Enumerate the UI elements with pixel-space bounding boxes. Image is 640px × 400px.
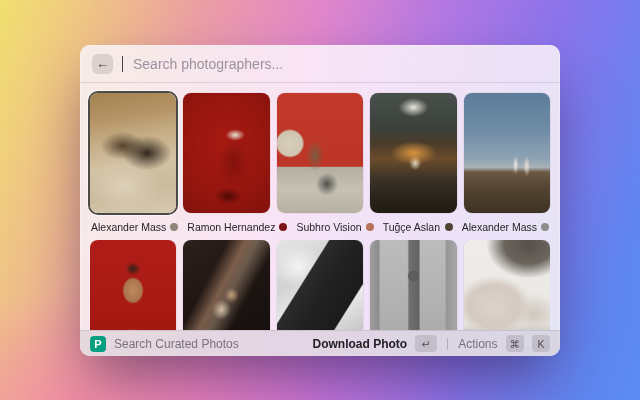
photo-thumbnail[interactable]	[277, 240, 363, 330]
k-key-icon: K	[532, 335, 550, 352]
download-photo-button[interactable]: Download Photo	[312, 337, 407, 351]
photographer-name: Alexander Mass	[462, 221, 537, 233]
photographer-name: Tuğçe Aslan	[383, 221, 440, 233]
command-title: Search Curated Photos	[114, 337, 239, 351]
photo-thumbnail[interactable]	[183, 93, 269, 213]
photographer-label: Alexander Mass	[461, 221, 550, 233]
photographer-label: Ramon Hernandez	[186, 221, 288, 233]
command-palette-window: ← Alexander Mass Ramon Hernandez Subhro …	[80, 45, 560, 356]
average-color-dot	[170, 223, 178, 231]
average-color-dot	[541, 223, 549, 231]
photographer-name: Subhro Vision	[296, 221, 361, 233]
average-color-dot	[279, 223, 287, 231]
photographer-name: Ramon Hernandez	[187, 221, 275, 233]
photo-row-1	[90, 93, 550, 213]
search-bar: ←	[80, 45, 560, 83]
search-input[interactable]	[133, 56, 548, 72]
photo-thumbnail[interactable]	[370, 93, 456, 213]
photo-thumbnail[interactable]	[370, 240, 456, 330]
command-key-icon: ⌘	[506, 335, 525, 352]
photo-thumbnail[interactable]	[464, 93, 550, 213]
pexels-logo-icon: P	[90, 336, 106, 352]
results-area: Alexander Mass Ramon Hernandez Subhro Vi…	[80, 83, 560, 330]
average-color-dot	[366, 223, 374, 231]
average-color-dot	[445, 223, 453, 231]
photographer-labels: Alexander Mass Ramon Hernandez Subhro Vi…	[90, 213, 550, 240]
photo-row-2-clip	[90, 240, 550, 330]
photo-thumbnail[interactable]	[464, 240, 550, 330]
photographer-label: Tuğçe Aslan	[382, 221, 454, 233]
photo-thumbnail[interactable]	[90, 93, 176, 213]
back-button[interactable]: ←	[92, 54, 113, 74]
photo-thumbnail[interactable]	[277, 93, 363, 213]
actions-button[interactable]: Actions	[458, 337, 497, 351]
photographer-name: Alexander Mass	[91, 221, 166, 233]
photo-row-2	[90, 240, 550, 330]
photographer-label: Subhro Vision	[295, 221, 374, 233]
enter-key-icon: ↵	[415, 335, 437, 352]
photo-thumbnail[interactable]	[183, 240, 269, 330]
photographer-label: Alexander Mass	[90, 221, 179, 233]
text-caret	[122, 56, 123, 72]
photo-thumbnail[interactable]	[90, 240, 176, 330]
footer-bar: P Search Curated Photos Download Photo ↵…	[80, 330, 560, 356]
footer-divider	[447, 338, 448, 350]
